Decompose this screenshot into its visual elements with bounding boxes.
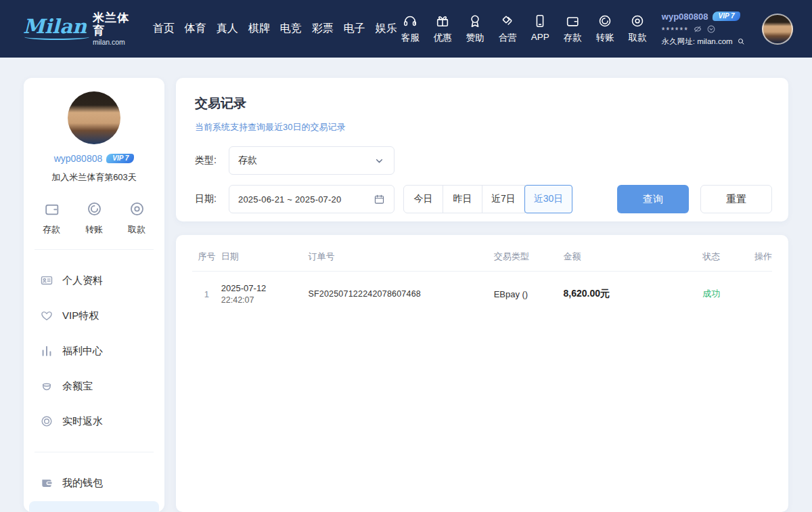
headset-icon — [403, 14, 418, 28]
filter-actions: 查询 重置 — [617, 185, 772, 213]
sidebar-item-welfare[interactable]: 福利中心 — [29, 334, 159, 368]
quick-action-label: 转账 — [85, 223, 103, 236]
nav-item-slots[interactable]: 电子 — [344, 22, 365, 36]
wallet-icon — [43, 200, 60, 217]
nav-item-home[interactable]: 首页 — [153, 22, 175, 36]
shortcut-deposit[interactable]: 存款 — [560, 14, 586, 44]
sidebar-item-rebate[interactable]: 实时返水 — [29, 404, 159, 438]
bar-chart-icon — [40, 344, 53, 358]
vip-badge: VIP 7 — [713, 12, 740, 21]
filter-subtitle: 当前系统支持查询最近30日的交易记录 — [195, 121, 772, 133]
date-range-input[interactable]: 2025-06-21 ~ 2025-07-20 — [229, 185, 394, 213]
quick-action-transfer[interactable]: 转账 — [85, 200, 103, 236]
nav-item-live[interactable]: 真人 — [217, 22, 238, 36]
range-button-30days[interactable]: 近30日 — [524, 185, 573, 213]
avatar[interactable] — [68, 91, 120, 144]
cell-type: EBpay () — [494, 289, 564, 299]
type-select[interactable]: 存款 — [229, 146, 394, 175]
page-title: 交易记录 — [195, 95, 772, 112]
nav-item-esports[interactable]: 电竞 — [280, 22, 302, 36]
shortcut-promo[interactable]: 优惠 — [430, 14, 456, 44]
gift-icon — [435, 14, 450, 28]
range-button-today[interactable]: 今日 — [403, 185, 443, 213]
column-header-no: 序号 — [192, 251, 221, 263]
cell-date-time: 22:42:07 — [221, 295, 309, 305]
avatar[interactable] — [762, 14, 793, 45]
date-filter-row: 日期: 2025-06-21 ~ 2025-07-20 今日 昨日 近7日 近3… — [195, 185, 772, 213]
sidebar-item-yuebao[interactable]: 余额宝 — [29, 369, 159, 403]
range-button-yesterday[interactable]: 昨日 — [443, 185, 482, 213]
balance-mask: ****** — [662, 24, 689, 35]
top-header: Milan 米兰体育 milan.com 首页 体育 真人 棋牌 电竞 彩票 电… — [0, 0, 812, 58]
type-filter-row: 类型: 存款 — [195, 146, 772, 175]
profile-sidebar: wyp080808 VIP 7 加入米兰体育第603天 存款 转账 取款 个人资… — [24, 78, 164, 512]
sidebar-item-label: 实时返水 — [62, 415, 103, 428]
nav-item-sports[interactable]: 体育 — [185, 22, 206, 36]
user-line: wyp080808 VIP 7 — [662, 12, 754, 22]
sidebar-item-wallet[interactable]: 我的钱包 — [29, 466, 159, 500]
sidebar-item-label: 福利中心 — [62, 345, 103, 358]
divider — [35, 249, 154, 250]
main-nav: 首页 体育 真人 棋牌 电竞 彩票 电子 娱乐 — [153, 22, 397, 36]
shortcut-label: 合营 — [499, 32, 517, 44]
sidebar-item-transactions[interactable]: 交易记录 — [29, 501, 159, 512]
logo-title: 米兰体育 — [93, 12, 137, 38]
sidebar-item-label: 我的钱包 — [62, 477, 103, 490]
sidebar-item-label: VIP特权 — [62, 310, 99, 322]
sidebar-user-line: wyp080808 VIP 7 — [24, 153, 164, 164]
column-header-action: 操作 — [743, 251, 772, 263]
type-label: 类型: — [195, 154, 229, 167]
wallet-filled-icon — [40, 476, 53, 490]
header-user-block: wyp080808 VIP 7 ****** 永久网址: milan.com — [662, 12, 754, 47]
shortcut-withdraw[interactable]: 取款 — [625, 14, 651, 44]
rings-icon — [40, 414, 53, 428]
transfer-icon — [86, 200, 103, 217]
cell-date: 2025-07-12 22:42:07 — [221, 283, 309, 305]
shortcut-label: 优惠 — [434, 32, 452, 44]
circle-chevron-icon[interactable] — [706, 24, 716, 34]
pot-icon — [40, 379, 53, 393]
nav-item-entertainment[interactable]: 娱乐 — [376, 22, 397, 36]
range-button-7days[interactable]: 近7日 — [482, 185, 525, 213]
shortcut-label: 转账 — [596, 32, 614, 44]
shortcut-label: 客服 — [401, 32, 420, 44]
shortcut-label: 存款 — [564, 32, 582, 44]
quick-action-withdraw[interactable]: 取款 — [128, 200, 145, 236]
nav-item-lottery[interactable]: 彩票 — [312, 22, 334, 36]
transfer-icon — [597, 14, 612, 28]
quick-action-label: 取款 — [128, 223, 145, 236]
shortcut-service[interactable]: 客服 — [397, 14, 424, 44]
date-label: 日期: — [195, 193, 229, 205]
quick-action-deposit[interactable]: 存款 — [43, 200, 60, 236]
shortcut-affiliate[interactable]: 合营 — [495, 14, 521, 44]
column-header-amount: 金额 — [563, 251, 702, 263]
cell-status: 成功 — [702, 288, 743, 300]
shortcut-transfer[interactable]: 转账 — [592, 14, 618, 44]
sidebar-quick-actions: 存款 转账 取款 — [24, 200, 164, 236]
withdraw-icon — [630, 14, 645, 28]
shortcut-label: 取款 — [629, 32, 647, 44]
sidebar-item-profile[interactable]: 个人资料 — [29, 263, 159, 297]
column-header-date: 日期 — [221, 251, 309, 263]
username: wyp080808 — [662, 12, 708, 22]
header-shortcuts: 客服 优惠 赞助 合营 APP 存款 转账 取款 — [397, 14, 651, 44]
sidebar-item-vip[interactable]: VIP特权 — [29, 299, 159, 333]
column-header-type: 交易类型 — [494, 251, 564, 263]
shortcut-app[interactable]: APP — [527, 14, 554, 44]
reset-button[interactable]: 重置 — [700, 185, 772, 213]
column-header-status: 状态 — [702, 251, 743, 263]
shortcut-sponsor[interactable]: 赞助 — [462, 14, 489, 44]
permanent-url-label: 永久网址: milan.com — [662, 37, 733, 47]
medal-icon — [468, 14, 482, 28]
site-url-line: 永久网址: milan.com — [662, 37, 754, 47]
table-row: 1 2025-07-12 22:42:07 SF2025071222420786… — [192, 272, 772, 316]
eye-off-icon[interactable] — [693, 24, 702, 34]
site-logo[interactable]: Milan 米兰体育 milan.com — [23, 12, 137, 46]
shortcut-label: 赞助 — [466, 32, 484, 44]
query-button[interactable]: 查询 — [617, 185, 689, 213]
cell-amount: 8,620.00元 — [563, 288, 702, 300]
nav-item-cards[interactable]: 棋牌 — [248, 22, 270, 36]
search-icon[interactable] — [737, 37, 745, 45]
id-card-icon — [40, 274, 53, 287]
column-header-order: 订单号 — [308, 251, 493, 263]
